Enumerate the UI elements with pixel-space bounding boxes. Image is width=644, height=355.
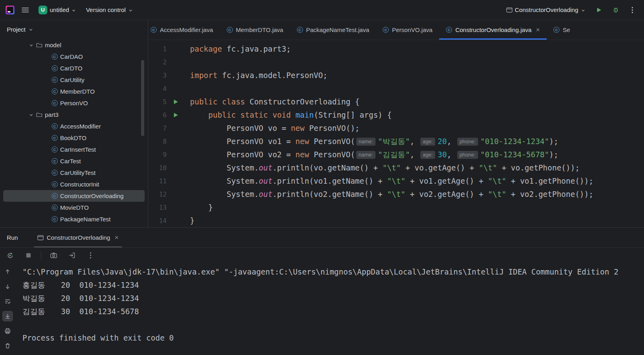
import-icon <box>69 252 75 259</box>
code-token: void <box>273 110 291 119</box>
run-panel-title[interactable]: Run <box>7 234 18 241</box>
gutter-spacer <box>167 174 184 188</box>
restore-layout-button[interactable] <box>66 249 78 261</box>
code-text: System.out.println(vo.getName() + "\t" +… <box>184 161 579 174</box>
code-token: PersonVO vo = <box>190 124 291 132</box>
code-line: 6 public static void main(String[] args)… <box>148 108 644 122</box>
tree-item-ConstructorInit[interactable]: CConstructorInit <box>3 179 145 190</box>
main-area: Project modelCCarDAOCCarDTOCCarUtilityCM… <box>0 20 644 227</box>
gutter-spacer <box>167 214 184 227</box>
code-token: fc.java.part3; <box>222 44 291 53</box>
code-token: static <box>240 110 268 119</box>
code-token <box>236 110 240 119</box>
run-line-button[interactable] <box>167 95 184 108</box>
param-hint: age: <box>420 151 435 159</box>
tree-item-label: ConstructorOverloading <box>60 193 123 199</box>
run-button[interactable] <box>593 4 605 16</box>
editor-column: CAccessModifier.javaCMemberDTO.javaCPack… <box>148 20 644 227</box>
code-line: 3import fc.java.model.PersonVO; <box>148 69 644 82</box>
printer-icon <box>4 328 11 334</box>
run-config-widget[interactable]: ConstructorOverloading <box>504 5 588 15</box>
run-panel: Run ConstructorOverloading × <box>0 227 644 355</box>
class-icon: C <box>52 181 58 187</box>
code-token: new <box>291 124 305 132</box>
project-panel-header[interactable]: Project <box>0 20 148 38</box>
code-token: "박길동" <box>378 137 410 146</box>
tree-item-CarDTO[interactable]: CCarDTO <box>3 62 145 74</box>
tree-item-CarInsertTest[interactable]: CCarInsertTest <box>3 144 145 155</box>
tab-label: ConstructorOverloading.java <box>455 26 531 33</box>
tree-item-part3[interactable]: part3 <box>3 109 145 120</box>
tab-PackageNameTest.java[interactable]: CPackageNameTest.java <box>290 20 376 40</box>
tree-item-CarTest[interactable]: CCarTest <box>3 155 145 167</box>
code-token: "010-1234-1234" <box>480 137 549 146</box>
play-icon <box>596 7 602 13</box>
scroll-to-end-button[interactable] <box>3 311 12 321</box>
console-output[interactable]: "C:\Program Files\Java\jdk-17\bin\java.e… <box>15 263 644 355</box>
tree-item-MemberDTO[interactable]: CMemberDTO <box>3 86 145 97</box>
code-token: "\t" <box>488 176 507 185</box>
clear-console-button[interactable] <box>3 341 12 351</box>
prev-trace-button[interactable] <box>3 267 12 277</box>
tree-scrollbar-thumb[interactable] <box>141 60 144 136</box>
tree-item-label: CarTest <box>60 158 81 164</box>
project-widget[interactable]: U untitled <box>36 4 79 16</box>
editor-tabbar: CAccessModifier.javaCMemberDTO.javaCPack… <box>148 20 644 40</box>
vcs-widget[interactable]: Version control <box>83 5 135 15</box>
tab-ConstructorOverloading.java[interactable]: CConstructorOverloading.java× <box>439 20 547 40</box>
tab-PersonVO.java[interactable]: CPersonVO.java <box>376 20 439 40</box>
arrow-down-icon <box>4 283 11 290</box>
line-number: 9 <box>148 148 167 161</box>
class-icon: C <box>52 170 58 176</box>
tree-item-MovieDTO[interactable]: CMovieDTO <box>3 202 145 213</box>
more-actions-button[interactable] <box>626 4 638 16</box>
next-trace-button[interactable] <box>3 282 12 291</box>
chevron-down-icon[interactable] <box>29 112 34 117</box>
tree-item-PackageNameTest[interactable]: CPackageNameTest <box>3 213 145 225</box>
console-area: "C:\Program Files\Java\jdk-17\bin\java.e… <box>0 263 644 355</box>
code-token: "김길동" <box>378 150 410 159</box>
line-number: 8 <box>148 135 167 148</box>
tree-item-BookDTO[interactable]: CBookDTO <box>3 132 145 144</box>
console-cell: 010-1234-5678 <box>79 307 139 316</box>
tree-item-PersonVO[interactable]: CPersonVO <box>3 97 145 109</box>
class-icon: C <box>52 54 58 60</box>
run-config-name: ConstructorOverloading <box>515 6 578 13</box>
console-row: 홍길동20010-1234-1234 <box>22 279 644 292</box>
console-cell: 30 <box>61 305 79 318</box>
code-lines: 1package fc.java.part3;23import fc.java.… <box>148 42 644 227</box>
code-editor[interactable]: 1package fc.java.part3;23import fc.java.… <box>148 40 644 227</box>
thread-dump-button[interactable] <box>48 249 60 261</box>
line-number: 4 <box>148 82 167 95</box>
main-menu-button[interactable] <box>19 4 31 16</box>
close-icon[interactable]: × <box>115 234 119 242</box>
code-token: "\t" <box>488 190 507 199</box>
tree-item-model[interactable]: model <box>3 39 145 51</box>
run-config-icon <box>506 7 513 13</box>
arrow-up-icon <box>4 269 11 275</box>
soft-wrap-button[interactable] <box>3 297 12 306</box>
tree-item-CarUtilityTest[interactable]: CCarUtilityTest <box>3 167 145 179</box>
console-more-button[interactable] <box>85 249 97 261</box>
run-line-button[interactable] <box>167 108 184 122</box>
tab-AccessModifier.java[interactable]: CAccessModifier.java <box>148 20 220 40</box>
class-icon: C <box>52 77 58 83</box>
close-icon[interactable]: × <box>536 26 540 34</box>
stop-button[interactable] <box>22 249 34 261</box>
run-tab[interactable]: ConstructorOverloading × <box>34 228 122 247</box>
class-icon: C <box>52 100 58 106</box>
tab-Se[interactable]: CSe <box>547 20 577 40</box>
print-button[interactable] <box>3 326 12 336</box>
run-toolbar <box>0 248 644 263</box>
code-token: , <box>410 137 419 146</box>
tree-item-ConstructorOverloading[interactable]: CConstructorOverloading <box>3 190 145 202</box>
tree-item-CarDAO[interactable]: CCarDAO <box>3 51 145 62</box>
console-cell: 박길동 <box>22 292 61 305</box>
tree-item-AccessModifier[interactable]: CAccessModifier <box>3 120 145 132</box>
chevron-down-icon[interactable] <box>29 43 34 48</box>
rerun-button[interactable] <box>4 249 16 261</box>
tab-MemberDTO.java[interactable]: CMemberDTO.java <box>220 20 290 40</box>
tree-item-CarUtility[interactable]: CCarUtility <box>3 74 145 86</box>
debug-button[interactable] <box>610 4 622 16</box>
rerun-icon <box>7 252 14 259</box>
